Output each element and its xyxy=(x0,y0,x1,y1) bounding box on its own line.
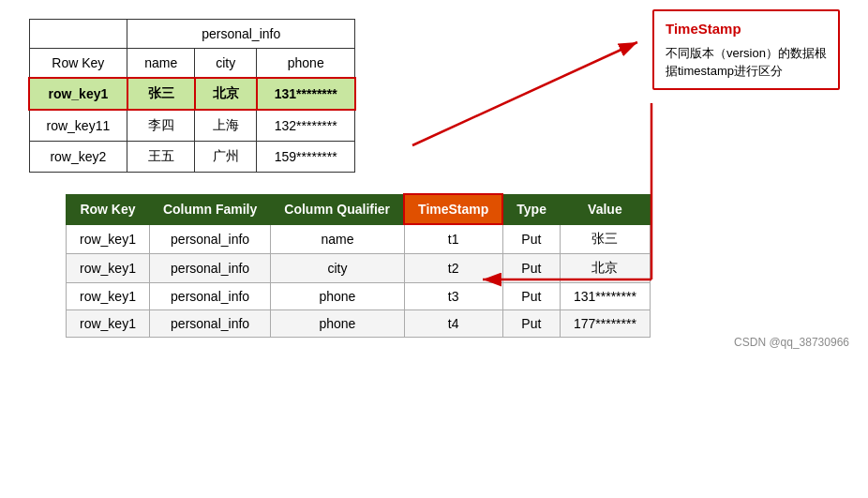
callout-title: TimeStamp xyxy=(666,19,827,40)
main-container: personal_info Row Key name city phone ro… xyxy=(0,0,868,356)
bottom-section: Row KeyColumn FamilyColumn QualifierTime… xyxy=(66,193,840,338)
hbase-table-row: row_key1personal_infophonet3Put131******… xyxy=(67,282,651,309)
highlighted-row: row_key1张三北京131******** xyxy=(29,78,355,110)
col-header-city: city xyxy=(195,49,257,79)
logical-table-group-header: personal_info xyxy=(127,20,355,49)
callout-text: 不同版本（version）的数据根据timestamp进行区分 xyxy=(666,44,827,81)
hbase-col-header-column-qualifier: Column Qualifier xyxy=(271,194,404,224)
watermark: CSDN @qq_38730966 xyxy=(734,336,849,349)
hbase-table-row: row_key1personal_infocityt2Put北京 xyxy=(67,253,651,282)
col-header-phone: phone xyxy=(257,49,355,79)
hbase-col-header-timestamp: TimeStamp xyxy=(404,194,502,224)
hbase-table-row: row_key1personal_infophonet4Put177******… xyxy=(67,309,651,337)
hbase-col-header-column-family: Column Family xyxy=(149,194,270,224)
col-header-rowkey: Row Key xyxy=(29,49,127,79)
col-header-name: name xyxy=(127,49,195,79)
hbase-table: Row KeyColumn FamilyColumn QualifierTime… xyxy=(66,193,651,338)
hbase-table-row: row_key1personal_infonamet1Put张三 xyxy=(67,224,651,253)
hbase-col-header-type: Type xyxy=(502,194,560,224)
logical-table: personal_info Row Key name city phone ro… xyxy=(28,19,356,173)
hbase-col-header-value: Value xyxy=(560,194,650,224)
hbase-col-header-row-key: Row Key xyxy=(67,194,150,224)
logical-table-empty-header xyxy=(29,20,127,49)
timestamp-callout: TimeStamp 不同版本（version）的数据根据timestamp进行区… xyxy=(652,9,840,90)
table-row: row_key2王五广州159******** xyxy=(29,142,355,173)
table-row: row_key11李四上海132******** xyxy=(29,110,355,142)
